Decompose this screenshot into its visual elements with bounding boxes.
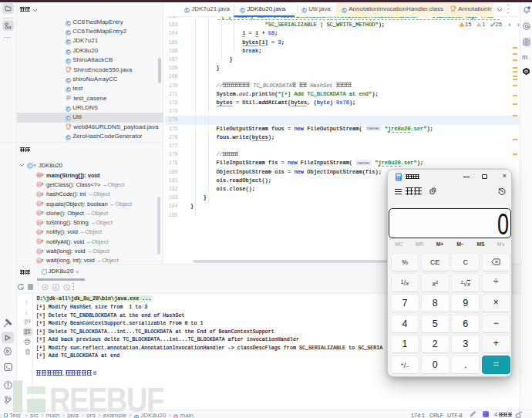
svg-text:m: m: [38, 192, 42, 197]
svg-text:m: m: [38, 239, 42, 244]
svg-text:m: m: [38, 249, 42, 254]
svg-text:m: m: [38, 221, 42, 225]
svg-text:m: m: [38, 201, 42, 206]
svg-text:m: m: [37, 173, 41, 177]
svg-text:m: m: [38, 258, 42, 263]
svg-text:m: m: [38, 182, 42, 187]
svg-text:m: m: [38, 211, 42, 215]
svg-text:m: m: [38, 230, 42, 234]
svg-text:C: C: [29, 163, 32, 168]
